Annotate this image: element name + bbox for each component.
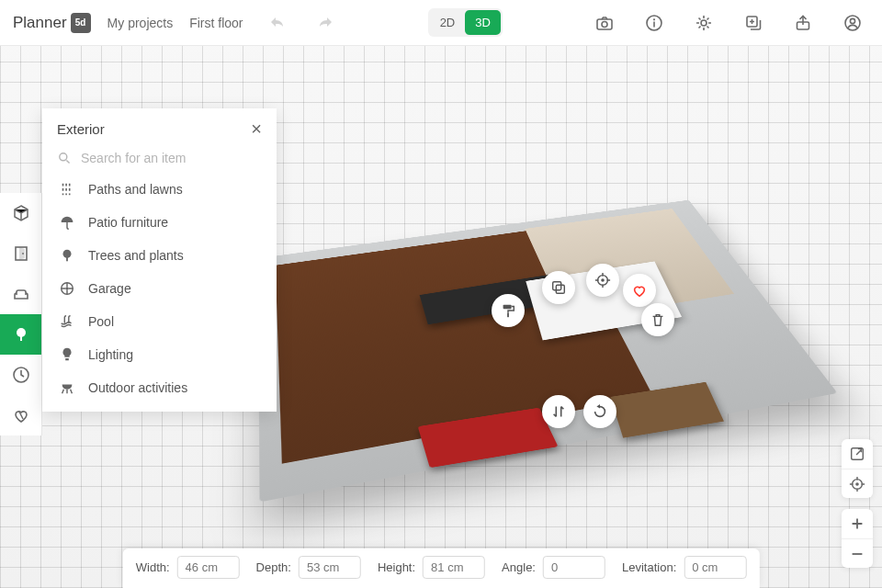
my-projects-link[interactable]: My projects [107, 16, 174, 30]
copy-button[interactable] [542, 271, 575, 304]
paths-icon [59, 181, 75, 198]
tree-icon [12, 325, 30, 344]
zoom-in-button[interactable] [842, 509, 873, 538]
catalog-list: Paths and lawnsPatio furnitureTrees and … [42, 173, 277, 404]
clock-icon [12, 366, 30, 384]
depth-input[interactable] [299, 556, 361, 579]
search-placeholder: Search for an item [81, 151, 186, 165]
wheel-icon [59, 280, 75, 297]
catalog-item-label: Outdoor activities [88, 380, 187, 395]
duplicate-project-button[interactable] [737, 6, 770, 40]
export-button[interactable] [786, 6, 820, 40]
logo-badge: 5d [71, 13, 91, 33]
topbar: Planner 5d My projects First floor 2D 3D [0, 0, 882, 46]
furniture-tool[interactable] [0, 274, 41, 314]
catalog-item-grill[interactable]: Outdoor activities [42, 371, 277, 404]
delete-button[interactable] [641, 303, 674, 336]
levitation-input[interactable] [684, 556, 746, 579]
bulb-icon [59, 346, 75, 363]
heart-broken-icon [12, 406, 30, 424]
catalog-search-input[interactable]: Search for an item [42, 145, 277, 173]
dimensions-bar: Width: Depth: Height: Angle: Levitation: [123, 548, 760, 588]
catalog-item-pool[interactable]: Pool [42, 305, 277, 338]
navigation-rail [842, 439, 873, 498]
sofa-icon [12, 285, 30, 303]
settings-button[interactable] [687, 6, 720, 40]
floor-selector[interactable]: First floor [189, 16, 243, 30]
account-button[interactable] [836, 6, 869, 40]
catalog-item-label: Paths and lawns [88, 182, 183, 197]
pool-icon [59, 313, 75, 330]
cube-icon [12, 204, 30, 222]
catalog-title: Exterior [57, 121, 105, 137]
depth-label: Depth: [256, 560, 291, 574]
snapshot-button[interactable] [588, 6, 621, 40]
catalog-item-label: Trees and plants [88, 248, 184, 263]
logo-text: Planner [13, 14, 67, 32]
view-3d[interactable]: 3D [465, 10, 501, 35]
favorite-button[interactable] [623, 274, 656, 307]
exterior-tool[interactable] [0, 314, 41, 355]
catalog-close-button[interactable]: × [251, 119, 262, 138]
recenter-button[interactable] [842, 469, 873, 498]
angle-input[interactable] [543, 556, 605, 579]
target-button[interactable] [586, 264, 619, 297]
catalog-item-label: Lighting [88, 347, 133, 362]
catalog-item-bulb[interactable]: Lighting [42, 338, 277, 371]
favorite-tool[interactable] [0, 395, 41, 435]
view-2d[interactable]: 2D [430, 10, 466, 35]
height-label: Height: [378, 560, 415, 574]
height-input[interactable] [423, 556, 485, 579]
zoom-rail [842, 509, 873, 568]
catalog-item-paths[interactable]: Paths and lawns [42, 173, 277, 206]
paint-button[interactable] [492, 294, 525, 327]
view-mode-switch: 2D 3D [428, 8, 503, 37]
help-button[interactable] [638, 6, 671, 40]
rotate-button[interactable] [583, 395, 616, 428]
catalog-item-tree[interactable]: Trees and plants [42, 239, 277, 272]
3d-cube-tool[interactable] [0, 193, 41, 233]
app-logo[interactable]: Planner 5d [13, 13, 91, 33]
door-icon [12, 244, 30, 263]
undo-button[interactable] [260, 6, 293, 40]
redo-button[interactable] [310, 6, 343, 40]
door-tool[interactable] [0, 233, 41, 274]
tool-rail [0, 193, 42, 435]
levitation-label: Levitation: [622, 560, 676, 574]
catalog-item-label: Pool [88, 314, 114, 329]
flip-button[interactable] [542, 395, 575, 428]
catalog-panel: Exterior × Search for an item Paths and … [42, 108, 277, 412]
angle-label: Angle: [502, 560, 536, 574]
tree-icon [59, 247, 75, 264]
width-label: Width: [136, 560, 170, 574]
catalog-item-label: Garage [88, 281, 131, 296]
zoom-out-button[interactable] [842, 538, 873, 568]
width-input[interactable] [177, 556, 240, 579]
search-icon [57, 151, 72, 165]
catalog-item-label: Patio furniture [88, 215, 168, 230]
history-tool[interactable] [0, 355, 41, 395]
open-external-button[interactable] [842, 439, 873, 469]
catalog-item-umbrella[interactable]: Patio furniture [42, 206, 277, 239]
catalog-item-wheel[interactable]: Garage [42, 272, 277, 305]
grill-icon [59, 379, 75, 396]
umbrella-icon [59, 214, 75, 231]
